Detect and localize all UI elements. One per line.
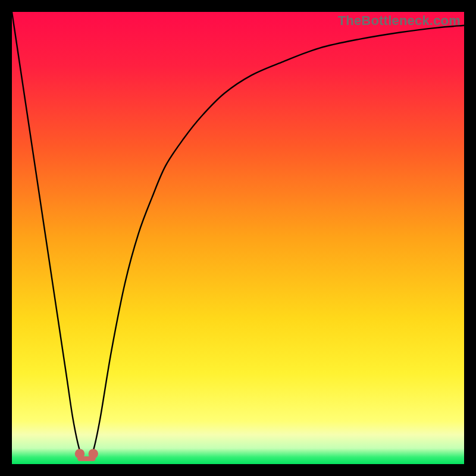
base-marker-right [89,449,98,458]
chart-canvas [12,12,464,464]
base-marker-left [75,449,84,458]
chart-frame: TheBottleneck.com [12,12,464,464]
gradient-background [12,12,464,464]
